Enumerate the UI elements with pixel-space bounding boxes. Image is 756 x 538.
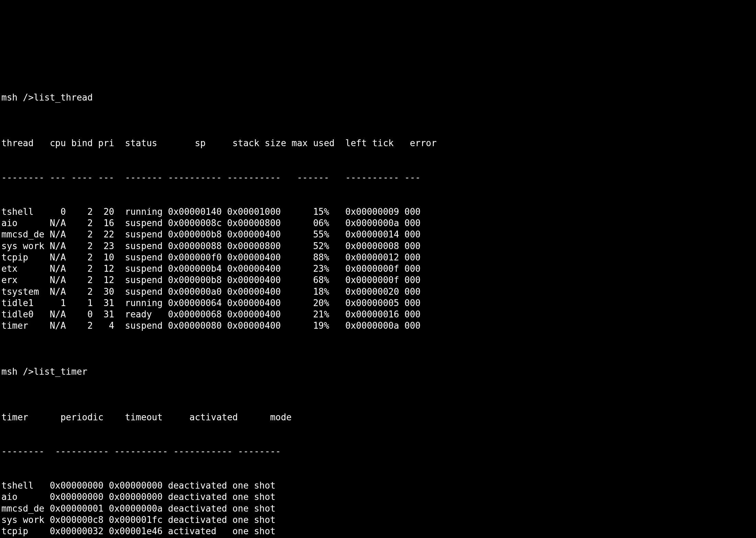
thread-row: mmcsd_de N/A 2 22 suspend 0x000000b8 0x0… [1, 229, 756, 240]
cmd-list-thread: msh />list_thread [1, 92, 756, 103]
thread-row: tcpip N/A 2 10 suspend 0x000000f0 0x0000… [1, 252, 756, 263]
cmd-text: list_timer [34, 366, 88, 377]
timer-row: mmcsd_de 0x00000001 0x0000000a deactivat… [1, 503, 756, 514]
thread-table-body: tshell 0 2 20 running 0x00000140 0x00001… [1, 206, 756, 332]
timer-row: sys work 0x000000c8 0x000001fc deactivat… [1, 514, 756, 526]
timer-row: tshell 0x00000000 0x00000000 deactivated… [1, 480, 756, 491]
timer-table-rule: -------- ---------- ---------- ---------… [1, 446, 756, 457]
cmd-list-timer: msh />list_timer [1, 366, 756, 377]
timer-row: aio 0x00000000 0x00000000 deactivated on… [1, 491, 756, 503]
thread-row: tidle0 N/A 0 31 ready 0x00000068 0x00000… [1, 309, 756, 320]
thread-row: tidle1 1 1 31 running 0x00000064 0x00000… [1, 297, 756, 309]
thread-row: tshell 0 2 20 running 0x00000140 0x00001… [1, 206, 756, 218]
thread-table-header: thread cpu bind pri status sp stack size… [1, 138, 756, 149]
terminal-output[interactable]: msh />list_thread thread cpu bind pri st… [0, 57, 756, 538]
timer-row: tcpip 0x00000032 0x00001e46 activated on… [1, 526, 756, 537]
thread-row: aio N/A 2 16 suspend 0x0000008c 0x000008… [1, 218, 756, 229]
timer-table-body: tshell 0x00000000 0x00000000 deactivated… [1, 480, 756, 538]
thread-row: erx N/A 2 12 suspend 0x000000b8 0x000004… [1, 274, 756, 286]
thread-table-rule: -------- --- ---- --- ------- ----------… [1, 172, 756, 183]
cmd-text: list_thread [34, 92, 93, 103]
thread-row: sys work N/A 2 23 suspend 0x00000088 0x0… [1, 241, 756, 252]
thread-row: tsystem N/A 2 30 suspend 0x000000a0 0x00… [1, 286, 756, 297]
timer-table-header: timer periodic timeout activated mode [1, 412, 756, 423]
thread-row: etx N/A 2 12 suspend 0x000000b4 0x000004… [1, 263, 756, 274]
thread-row: timer N/A 2 4 suspend 0x00000080 0x00000… [1, 320, 756, 331]
prompt-text: msh /> [1, 92, 34, 103]
prompt-text: msh /> [1, 366, 34, 377]
